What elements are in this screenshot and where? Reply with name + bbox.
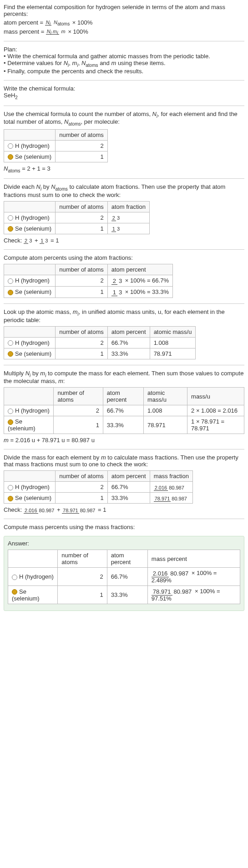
col-header: number of atoms bbox=[56, 326, 108, 337]
table-header-row: number of atoms atom fraction bbox=[4, 201, 150, 212]
element-dot-h bbox=[8, 485, 13, 490]
table-row: Se (selenium) 1 13 × 100% = 33.3% bbox=[4, 286, 173, 298]
chemical-formula: SeH2 bbox=[4, 92, 244, 100]
mass-percent-section: Compute mass percents using the mass fra… bbox=[4, 524, 244, 530]
col-header: number of atoms bbox=[56, 264, 108, 275]
table-row: Se (selenium) 1 bbox=[4, 151, 108, 162]
divider bbox=[4, 249, 244, 250]
element-dot-se bbox=[8, 419, 13, 425]
mass-lookup-table: number of atoms atom percent atomic mass… bbox=[4, 326, 196, 359]
table-header-row: number of atoms atom percent atomic mass… bbox=[4, 326, 196, 337]
col-header: atom percent bbox=[107, 550, 147, 568]
section-text: Multiply Ni by mi to compute the mass fo… bbox=[4, 370, 244, 385]
natoms-equation: Natoms = 2 + 1 = 3 bbox=[4, 165, 244, 173]
element-dot-h bbox=[12, 575, 17, 580]
divider bbox=[4, 303, 244, 304]
table-row: Se (selenium) 1 13 bbox=[4, 223, 150, 234]
col-header: number of atoms bbox=[58, 550, 107, 568]
m-equation: m = 2.016 u + 78.971 u = 80.987 u bbox=[4, 437, 244, 444]
check-equation: Check: 2.01680.987 + 78.97180.987 = 1 bbox=[4, 506, 244, 513]
section-text: Compute atom percents using the atom fra… bbox=[4, 254, 244, 261]
answer-heading: Answer: bbox=[8, 540, 240, 547]
element-dot-h bbox=[8, 215, 13, 221]
formula-section: Write the chemical formula: SeH2 bbox=[4, 85, 244, 100]
formula-heading: Write the chemical formula: bbox=[4, 85, 244, 92]
section-text: Divide the mass for each element by m to… bbox=[4, 454, 244, 468]
divider bbox=[4, 41, 244, 41]
mass-calc-table: number of atoms atom percent atomic mass… bbox=[4, 387, 244, 434]
mass-fraction-section: Divide the mass for each element by m to… bbox=[4, 454, 244, 513]
element-dot-h bbox=[8, 278, 13, 284]
table-row: Se (selenium) 1 33.3% 78.97180.987 × 100… bbox=[8, 586, 240, 604]
atom-fraction-section: Divide each Ni by Natoms to calculate at… bbox=[4, 183, 244, 244]
plan-bullet: • Write the chemical formula and gather … bbox=[4, 53, 244, 60]
count-table: number of atoms H (hydrogen) 2 Se (selen… bbox=[4, 129, 108, 162]
divider bbox=[4, 519, 244, 519]
col-header: atom fraction bbox=[107, 201, 149, 212]
table-header-row: number of atoms atom percent bbox=[4, 264, 173, 275]
table-header-row: number of atoms bbox=[4, 129, 108, 140]
fraction: Ni mi m bbox=[46, 29, 66, 35]
table-row: H (hydrogen) 2 66.7% 2.01680.987 × 100% … bbox=[8, 568, 240, 586]
col-header: atom percent bbox=[103, 388, 143, 405]
fraction: Ni Natoms bbox=[45, 20, 71, 26]
element-dot-se bbox=[8, 226, 13, 232]
table-row: H (hydrogen) 2 66.7% 1.008 bbox=[4, 337, 196, 348]
element-dot-se bbox=[8, 351, 13, 357]
col-header: number of atoms bbox=[56, 201, 108, 212]
table-header-row: number of atoms atom percent atomic mass… bbox=[4, 388, 244, 405]
atom-percent-formula: atom percent = Ni Natoms × 100% bbox=[4, 19, 244, 26]
col-header: number of atoms bbox=[56, 129, 108, 140]
section-text: Look up the atomic mass, mi, in unified … bbox=[4, 308, 244, 323]
intro-title: Find the elemental composition for hydro… bbox=[4, 4, 244, 17]
col-header: atom percent bbox=[107, 264, 172, 275]
divider bbox=[4, 178, 244, 179]
table-row: H (hydrogen) 2 23 bbox=[4, 212, 150, 223]
check-equation: Check: 23 + 13 = 1 bbox=[4, 237, 244, 244]
element-dot-h bbox=[8, 143, 13, 149]
plan-heading: Plan: bbox=[4, 46, 244, 53]
table-row: H (hydrogen) 2 66.7% 1.008 2 × 1.008 = 2… bbox=[4, 405, 244, 416]
element-dot-se bbox=[8, 496, 13, 501]
col-header: mass fraction bbox=[150, 471, 192, 482]
col-header: number of atoms bbox=[56, 471, 108, 482]
atom-percent-table: number of atoms atom percent H (hydrogen… bbox=[4, 264, 173, 298]
mass-calc-section: Multiply Ni by mi to compute the mass fo… bbox=[4, 370, 244, 444]
plan-bullet: • Determine values for Ni, mi, Natoms an… bbox=[4, 60, 244, 68]
table-row: Se (selenium) 1 33.3% 78.971 bbox=[4, 348, 196, 359]
table-header-row: number of atoms atom percent mass percen… bbox=[8, 550, 240, 568]
plan-section: Plan: • Write the chemical formula and g… bbox=[4, 46, 244, 75]
element-dot-h bbox=[8, 340, 13, 346]
atom-fraction-table: number of atoms atom fraction H (hydroge… bbox=[4, 201, 150, 234]
col-header: mass/u bbox=[187, 388, 244, 405]
table-row: Se (selenium) 1 33.3% 78.97180.987 bbox=[4, 493, 193, 504]
answer-table: number of atoms atom percent mass percen… bbox=[8, 550, 240, 604]
element-dot-se bbox=[8, 290, 13, 295]
section-text: Compute mass percents using the mass fra… bbox=[4, 524, 244, 530]
count-section: Use the chemical formula to count the nu… bbox=[4, 111, 244, 173]
table-header-row: number of atoms atom percent mass fracti… bbox=[4, 471, 193, 482]
col-header: mass percent bbox=[147, 550, 240, 568]
divider bbox=[4, 365, 244, 365]
mass-lookup-section: Look up the atomic mass, mi, in unified … bbox=[4, 308, 244, 359]
table-row: H (hydrogen) 2 23 × 100% = 66.7% bbox=[4, 275, 173, 286]
col-header: atom percent bbox=[107, 326, 150, 337]
col-header: number of atoms bbox=[54, 388, 103, 405]
divider bbox=[4, 449, 244, 449]
element-dot-se bbox=[8, 154, 13, 160]
element-dot-se bbox=[12, 589, 17, 595]
col-header: atom percent bbox=[107, 471, 150, 482]
col-header: atomic mass/u bbox=[150, 326, 196, 337]
section-text: Divide each Ni by Natoms to calculate at… bbox=[4, 183, 244, 198]
divider bbox=[4, 80, 244, 81]
count-text: Use the chemical formula to count the nu… bbox=[4, 111, 244, 126]
intro-section: Find the elemental composition for hydro… bbox=[4, 4, 244, 35]
table-row: H (hydrogen) 2 bbox=[4, 140, 108, 151]
table-row: Se (selenium) 1 33.3% 78.971 1 × 78.971 … bbox=[4, 416, 244, 434]
mass-fraction-table: number of atoms atom percent mass fracti… bbox=[4, 470, 193, 504]
plan-bullet: • Finally, compute the percents and chec… bbox=[4, 68, 244, 75]
element-dot-h bbox=[8, 409, 13, 414]
table-row: H (hydrogen) 2 66.7% 2.01680.987 bbox=[4, 482, 193, 493]
divider bbox=[4, 106, 244, 106]
col-header: atomic mass/u bbox=[144, 388, 187, 405]
